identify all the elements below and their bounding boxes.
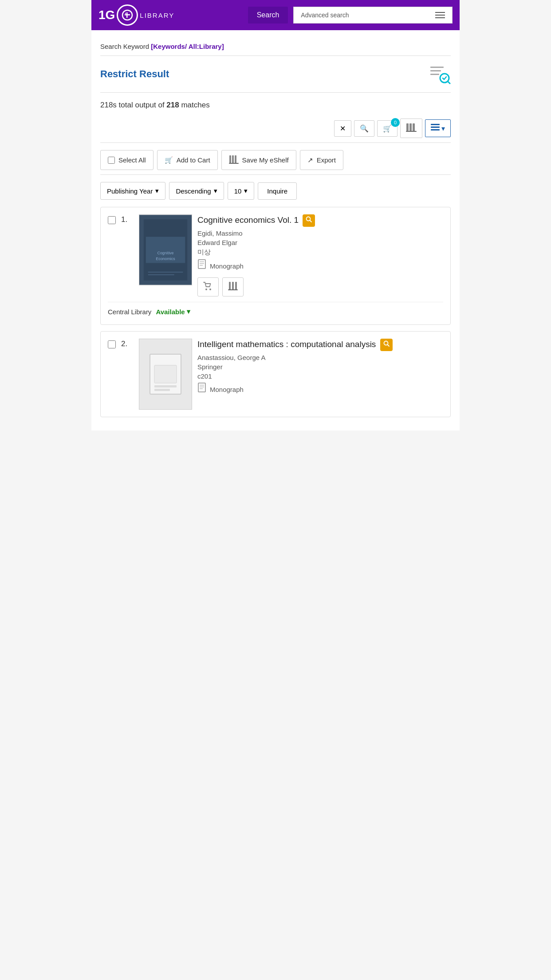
- item-1-availability: Central Library Available ▾: [108, 302, 443, 317]
- shelf-icon: [406, 122, 417, 134]
- restrict-icon[interactable]: [429, 63, 451, 85]
- monograph-icon: [197, 259, 206, 269]
- item-2-checkbox[interactable]: [108, 340, 116, 348]
- logo-library-text: LIBRARY: [140, 12, 174, 19]
- action-buttons: Select All 🛒 Add to Cart Save My eShelf …: [100, 143, 451, 175]
- item-1-checkbox[interactable]: [108, 216, 116, 224]
- svg-rect-38: [228, 289, 238, 290]
- publishing-year-label: Publishing Year: [107, 187, 153, 195]
- search-keyword-label: Search Keyword: [100, 43, 149, 50]
- svg-rect-10: [409, 123, 412, 131]
- svg-rect-17: [232, 155, 234, 163]
- item-1-cart-icon: [203, 281, 213, 290]
- svg-rect-3: [125, 13, 126, 14]
- per-page-label: 10: [234, 187, 242, 195]
- select-all-label: Select All: [118, 156, 146, 164]
- search-button[interactable]: Search: [248, 7, 288, 24]
- item-2-search-icon: [383, 340, 390, 347]
- svg-rect-14: [431, 126, 440, 128]
- logo-svg-icon: [121, 9, 134, 21]
- search-keyword-value: [Keywords/ All:Library]: [151, 43, 224, 50]
- select-all-checkbox[interactable]: [108, 157, 115, 164]
- svg-rect-32: [200, 265, 203, 266]
- descending-label: Descending: [176, 187, 211, 195]
- svg-rect-25: [148, 272, 183, 273]
- publishing-year-sort[interactable]: Publishing Year ▾: [100, 182, 165, 200]
- cart-button[interactable]: 🛒 0: [377, 120, 398, 137]
- svg-rect-18: [235, 155, 236, 163]
- item-2-info: Intelligent mathematics : computational …: [197, 339, 443, 395]
- restrict-title: Restrict Result: [100, 68, 169, 80]
- svg-rect-37: [235, 282, 237, 290]
- clear-icon: ✕: [340, 124, 346, 133]
- item-2-year: c201: [197, 372, 443, 380]
- item-1-number: 1.: [121, 215, 134, 224]
- count-number: 218: [166, 101, 179, 109]
- item-1-type-row: Monograph: [197, 259, 443, 271]
- add-to-cart-button[interactable]: 🛒 Add to Cart: [157, 150, 218, 170]
- svg-rect-19: [229, 163, 239, 164]
- svg-rect-2: [125, 14, 130, 16]
- sort-bar: Publishing Year ▾ Descending ▾ 10 ▾ Inqu…: [100, 175, 451, 207]
- item-1-cart-button[interactable]: [197, 277, 219, 296]
- advanced-search-label: Advanced search: [301, 12, 349, 19]
- svg-rect-48: [200, 388, 203, 389]
- list-icon: [431, 123, 440, 133]
- item-1-actions: [197, 277, 443, 296]
- item-1-author: Egidi, Massimo: [197, 229, 443, 237]
- item-2-search-badge[interactable]: [380, 339, 393, 351]
- item-1-availability-arrow: ▾: [187, 308, 190, 316]
- inquire-button[interactable]: Inquire: [258, 182, 297, 200]
- count-suffix: matches: [181, 101, 209, 109]
- list-view-button[interactable]: ▾: [425, 119, 451, 137]
- svg-rect-42: [154, 389, 170, 391]
- item-1-shelf-icon: [228, 281, 238, 290]
- restrict-search-icon: [429, 63, 451, 85]
- bookshelf-icon: [406, 122, 417, 132]
- add-to-cart-icon: 🛒: [165, 156, 173, 164]
- export-button[interactable]: ↗ Export: [300, 150, 343, 170]
- search-keyword-row: Search Keyword [Keywords/ All:Library]: [100, 37, 451, 56]
- svg-rect-47: [200, 387, 204, 387]
- search-tool-button[interactable]: 🔍: [354, 120, 374, 137]
- advanced-search-button[interactable]: Advanced search: [293, 7, 453, 24]
- item-1-shelf-button[interactable]: [222, 277, 244, 296]
- select-all-button[interactable]: Select All: [100, 150, 153, 170]
- svg-line-28: [310, 221, 312, 222]
- item-1-type-icon: [197, 259, 206, 271]
- item-1-header: 1. Cognitive Economics Cognitive economi…: [108, 214, 443, 296]
- per-page-arrow: ▾: [244, 187, 248, 195]
- header: 1G LIBRARY Search Advanced search: [91, 0, 460, 30]
- svg-rect-46: [200, 385, 204, 386]
- svg-rect-15: [431, 129, 440, 130]
- eshelf-icon: [229, 155, 239, 164]
- svg-line-44: [387, 345, 389, 347]
- save-eshelf-button[interactable]: Save My eShelf: [221, 150, 296, 170]
- svg-line-8: [448, 81, 450, 83]
- svg-rect-29: [198, 260, 205, 269]
- toolbar: ✕ 🔍 🛒 0: [100, 114, 451, 143]
- item-2-title: Intelligent mathematics : computational …: [197, 339, 443, 351]
- shelf-button[interactable]: [400, 119, 422, 138]
- logo: 1G LIBRARY: [98, 4, 243, 26]
- restrict-section: Restrict Result: [100, 56, 451, 93]
- export-icon: ↗: [307, 156, 313, 164]
- item-1-library: Central Library: [108, 308, 151, 316]
- descending-sort[interactable]: Descending ▾: [169, 182, 224, 200]
- per-page-select[interactable]: 10 ▾: [228, 182, 255, 200]
- item-1-search-badge[interactable]: [303, 214, 315, 227]
- item-2-author: Anastassiou, George A: [197, 354, 443, 361]
- svg-rect-26: [148, 274, 174, 275]
- main-content: Search Keyword [Keywords/ All:Library] R…: [91, 30, 460, 431]
- item-1-available-badge[interactable]: Available ▾: [156, 308, 190, 316]
- result-item-2: 2. Intelligent mathematics : computation…: [100, 331, 451, 417]
- svg-rect-45: [198, 383, 205, 392]
- cart-icon: 🛒: [383, 124, 392, 133]
- svg-rect-9: [406, 123, 409, 131]
- item-2-type-icon: [197, 383, 206, 395]
- svg-rect-5: [430, 70, 441, 71]
- clear-button[interactable]: ✕: [334, 120, 351, 137]
- item-1-info: Cognitive economics Vol. 1 Egidi, Massim…: [197, 214, 443, 296]
- list-view-icon: [431, 123, 440, 131]
- item-1-title: Cognitive economics Vol. 1: [197, 214, 443, 227]
